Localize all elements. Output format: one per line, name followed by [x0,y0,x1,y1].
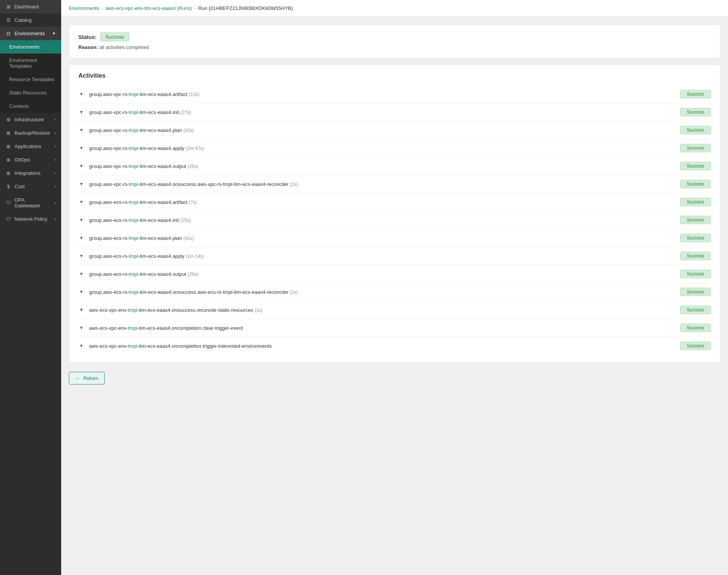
activity-name: group.aws-ecs-rs-tmpl-tim-ecs-eaas4.plan… [89,235,676,241]
activity-name-text: group.aws-vpc-rs-tmpl-tim-ecs-eaas4.init [89,109,179,115]
sidebar-item-label: GitOps [15,157,30,163]
activity-name-text: group.aws-ecs-rs-tmpl-tim-ecs-eaas4.appl… [89,253,184,259]
activity-duration: (27s) [180,110,191,115]
activity-name: aws-ecs-vpc-env-tmpl-tim-ecs-eaas4.oncom… [89,325,676,331]
sidebar-item-contexts[interactable]: Contexts [0,99,61,113]
sidebar-item-catalog[interactable]: ☰ Catalog [0,13,61,27]
activity-row: ▼ group.aws-ecs-rs-tmpl-tim-ecs-eaas4.in… [78,211,711,229]
chevron-right-icon: › [55,158,56,162]
status-label: Status: [78,34,96,40]
activity-chevron-icon[interactable]: ▼ [78,127,84,133]
sidebar-item-opa-gatekeeper[interactable]: 🛡 OPA Gatekeeper › [0,193,61,212]
sidebar-item-label: Network Policy [15,216,47,222]
status-card: Status: Success Reason: all activities c… [69,24,720,58]
tmpl-highlight: tmpl [129,289,138,295]
activity-duration: (1m 14s) [186,254,204,259]
activity-name: group.aws-ecs-rs-tmpl-tim-ecs-eaas4.appl… [89,253,676,259]
sidebar-sub-label: Contexts [9,103,29,109]
sidebar-item-label: Dashboard [15,4,39,10]
activity-chevron-icon[interactable]: ▼ [78,199,84,205]
chevron-right-icon: › [55,171,56,175]
activity-chevron-icon[interactable]: ▼ [78,289,84,295]
tmpl-highlight: tmpl [129,253,138,259]
sidebar-item-resource-templates[interactable]: Resource Templates [0,73,61,86]
tmpl-highlight: tmpl [129,145,138,151]
activity-duration: (2m 47s) [186,146,204,151]
activity-row: ▼ group.aws-vpc-rs-tmpl-tim-ecs-eaas4.ar… [78,85,711,103]
chevron-right-icon: › [55,201,56,205]
sidebar-item-network-policy[interactable]: 🛡 Network Policy › [0,212,61,226]
sidebar-item-backup-restore[interactable]: ⊞ Backup/Restore › [0,126,61,140]
activity-chevron-icon[interactable]: ▼ [78,91,84,97]
sidebar-item-integrations[interactable]: ⊞ Integrations › [0,166,61,180]
sidebar-item-dashboard[interactable]: ⊞ Dashboard [0,0,61,13]
status-badge: Success [100,33,129,41]
activity-chevron-icon[interactable]: ▼ [78,109,84,115]
activity-duration: (26s) [188,272,198,277]
activity-status-badge: Success [680,108,711,116]
reason-label: Reason: [78,44,98,50]
activity-status-badge: Success [680,162,711,170]
infrastructure-icon: ⚙ [5,117,11,122]
activity-chevron-icon[interactable]: ▼ [78,325,84,331]
sidebar-item-applications[interactable]: ⊞ Applications › [0,140,61,153]
sidebar-item-gitops[interactable]: ⊕ GitOps › [0,153,61,166]
activity-row: ▼ group.aws-vpc-rs-tmpl-tim-ecs-eaas4.ap… [78,139,711,157]
activity-row: ▼ group.aws-vpc-rs-tmpl-tim-ecs-eaas4.pl… [78,121,711,139]
activity-row: ▼ group.aws-ecs-rs-tmpl-tim-ecs-eaas4.ou… [78,265,711,283]
activity-name-text: group.aws-vpc-rs-tmpl-tim-ecs-eaas4.appl… [89,145,184,151]
sidebar-item-static-resources[interactable]: Static Resources [0,86,61,99]
activity-row: ▼ aws-ecs-vpc-env-tmpl-tim-ecs-eaas4.onc… [78,337,711,355]
tmpl-highlight: tmpl [128,307,138,313]
sidebar-item-cost[interactable]: $ Cost › [0,180,61,193]
sidebar-item-infrastructure[interactable]: ⚙ Infrastructure › [0,113,61,126]
activity-status-badge: Success [680,90,711,98]
tmpl-highlight: tmpl [129,235,138,241]
sidebar-item-environment-templates[interactable]: Environment Templates [0,54,61,73]
applications-icon: ⊞ [5,144,11,149]
sidebar: ⊞ Dashboard ☰ Catalog ⊡ Environments ▼ E… [0,0,61,575]
activity-status-badge: Success [680,126,711,134]
activity-name: group.aws-vpc-rs-tmpl-tim-ecs-eaas4.init… [89,109,676,115]
cost-icon: $ [5,184,11,189]
breadcrumb-runs[interactable]: aws-ecs-vpc-env-tim-ecs-eaas4 (Runs) [106,5,192,11]
activity-rows: ▼ group.aws-vpc-rs-tmpl-tim-ecs-eaas4.ar… [78,85,711,355]
activity-duration: (25s) [188,164,198,169]
activity-name: group.aws-vpc-rs-tmpl-tim-ecs-eaas4.outp… [89,163,676,169]
activity-duration: (13s) [189,92,199,97]
activity-name: group.aws-vpc-rs-tmpl-tim-ecs-eaas4.arti… [89,91,676,97]
activity-name-text: group.aws-ecs-rs-tmpl-tim-ecs-eaas4.plan [89,235,182,241]
return-button[interactable]: ← Return [69,372,105,384]
breadcrumb-sep-2: › [194,5,196,11]
sidebar-item-environments-parent[interactable]: ⊡ Environments ▼ [0,27,61,40]
activity-row: ▼ group.aws-vpc-rs-tmpl-tim-ecs-eaas4.on… [78,175,711,193]
activity-chevron-icon[interactable]: ▼ [78,253,84,259]
sidebar-item-environments[interactable]: Environments [0,40,61,54]
activity-chevron-icon[interactable]: ▼ [78,217,84,223]
sidebar-sub-label: Static Resources [9,90,47,96]
chevron-down-icon: ▼ [52,31,56,36]
activity-duration: (7s) [189,200,197,205]
activity-status-badge: Success [680,252,711,260]
activity-name-text: group.aws-vpc-rs-tmpl-tim-ecs-eaas4.outp… [89,163,186,169]
tmpl-highlight: tmpl [129,271,138,277]
activity-chevron-icon[interactable]: ▼ [78,235,84,241]
activity-row: ▼ group.aws-ecs-rs-tmpl-tim-ecs-eaas4.ar… [78,193,711,211]
activity-chevron-icon[interactable]: ▼ [78,307,84,313]
activity-status-badge: Success [680,288,711,296]
activity-chevron-icon[interactable]: ▼ [78,181,84,187]
activity-chevron-icon[interactable]: ▼ [78,163,84,169]
activity-name-text: aws-ecs-vpc-env-tmpl-tim-ecs-eaas4.oncom… [89,325,243,331]
activity-name-text: group.aws-vpc-rs-tmpl-tim-ecs-eaas4.plan [89,127,182,133]
activity-duration: (1s) [255,308,263,313]
sidebar-item-label: Catalog [15,17,32,23]
breadcrumb-environments[interactable]: Environments [69,5,99,11]
activity-chevron-icon[interactable]: ▼ [78,271,84,277]
activity-row: ▼ group.aws-vpc-rs-tmpl-tim-ecs-eaas4.in… [78,103,711,121]
activity-name-text: group.aws-ecs-rs-tmpl-tim-ecs-eaas4.arti… [89,199,187,205]
network-icon: 🛡 [5,217,11,222]
activity-chevron-icon[interactable]: ▼ [78,145,84,151]
tmpl-highlight: tmpl [129,127,138,133]
return-button-container: ← Return [69,369,720,384]
activity-chevron-icon[interactable]: ▼ [78,343,84,349]
